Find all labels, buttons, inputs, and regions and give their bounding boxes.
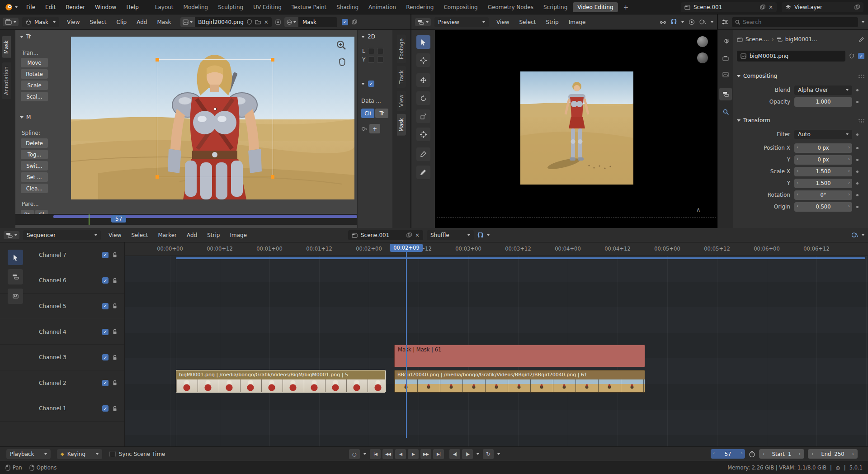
- channel-lock-icon[interactable]: [112, 380, 118, 386]
- image-strip-bigm[interactable]: bigM0001.png | /media/bongo/Grafik/Video…: [176, 370, 386, 393]
- link-icon[interactable]: [660, 19, 666, 25]
- overlays-caret[interactable]: [711, 21, 713, 23]
- cursor-tool-button[interactable]: [416, 53, 430, 67]
- channel-row[interactable]: Channel 1 ✓: [0, 396, 124, 422]
- snap-magnet-icon[interactable]: [671, 19, 677, 25]
- auto-key-button[interactable]: ○: [349, 449, 360, 459]
- loop-options-caret[interactable]: [497, 453, 500, 455]
- seq-transform-tool[interactable]: [8, 289, 23, 304]
- jump-to-start-button[interactable]: |◀: [370, 449, 381, 459]
- channel-lock-icon[interactable]: [112, 406, 118, 412]
- topbar-menu-item[interactable]: Window: [90, 0, 121, 14]
- auto-key-caret[interactable]: [363, 453, 366, 455]
- scale-tool-button[interactable]: [416, 109, 430, 123]
- pan-hand-icon[interactable]: [338, 57, 346, 66]
- workspace-tab[interactable]: Sculpting: [213, 2, 248, 12]
- animate-dot[interactable]: [856, 133, 859, 136]
- spline-tool-button[interactable]: Set ...: [21, 172, 48, 182]
- overlay-mode-dropdown[interactable]: Shuffle: [427, 230, 474, 240]
- mask-handle-tl[interactable]: [156, 58, 159, 62]
- workspace-tab[interactable]: Geometry Nodes: [483, 2, 538, 12]
- mask-datablock-field[interactable]: Mask: [298, 17, 337, 27]
- spline-tool-button[interactable]: Clea...: [21, 184, 48, 193]
- animate-dot[interactable]: [856, 206, 859, 208]
- clip-menu-item[interactable]: Clip: [112, 14, 132, 29]
- transform-number-field[interactable]: ‹ 0 px ›: [794, 155, 852, 165]
- topbar-menu-item[interactable]: Render: [61, 0, 90, 14]
- keyframe-icon[interactable]: [361, 126, 368, 132]
- compositing-panel-header[interactable]: Compositing: [737, 71, 864, 81]
- open-file-folder-icon[interactable]: [255, 19, 261, 24]
- animate-dot[interactable]: [856, 194, 859, 196]
- transform-number-field[interactable]: ‹ 1.500 ›: [794, 179, 852, 188]
- workspace-tab[interactable]: Rendering: [401, 2, 438, 12]
- blend-dropdown[interactable]: Alpha Over: [794, 85, 852, 95]
- overlays-caret[interactable]: [862, 234, 864, 236]
- strip-properties-tab[interactable]: [719, 88, 732, 100]
- channel-lock-icon[interactable]: [112, 278, 118, 284]
- topbar-menu-item[interactable]: Help: [121, 0, 143, 14]
- transform-tool-button[interactable]: [416, 128, 430, 141]
- snap-options-caret[interactable]: [681, 21, 684, 23]
- channel-lock-icon[interactable]: [112, 252, 118, 258]
- channel-visibility-checkbox[interactable]: ✓: [102, 405, 108, 412]
- axis-value-field[interactable]: [377, 57, 383, 63]
- search-field[interactable]: [732, 17, 858, 27]
- transform-panel-header[interactable]: Tr: [20, 33, 31, 40]
- image-strip-bbgirl[interactable]: BBgirl20040.png | /media/bongo/Grafik/Vi…: [394, 370, 645, 393]
- tool-properties-tab[interactable]: [720, 36, 731, 48]
- duplicate-scene-icon[interactable]: [760, 5, 765, 10]
- end-frame-field[interactable]: ‹End 250›: [808, 449, 858, 459]
- scene-selector[interactable]: Scene.001 ×: [681, 2, 777, 12]
- animate-dot[interactable]: [856, 101, 859, 103]
- channel-lock-icon[interactable]: [112, 329, 118, 335]
- timeline-scrollbar[interactable]: [176, 257, 865, 259]
- unlink-icon[interactable]: ×: [415, 232, 420, 238]
- unlink-scene-icon[interactable]: ×: [769, 4, 773, 10]
- filter-caret[interactable]: [862, 21, 864, 23]
- clip-datablock-field[interactable]: BBgirl20040.png ×: [195, 17, 272, 27]
- loop-button[interactable]: ↻: [483, 449, 494, 459]
- npanel-tab-track[interactable]: Track: [397, 66, 406, 88]
- mask-handle-tr[interactable]: [271, 58, 274, 62]
- preview-menu-item[interactable]: Strip: [541, 14, 564, 29]
- channel-visibility-checkbox[interactable]: ✓: [102, 303, 108, 309]
- zoom-icon[interactable]: [336, 40, 346, 50]
- current-frame-badge[interactable]: 00:02+09: [390, 244, 423, 252]
- browse-mask-button[interactable]: [284, 17, 298, 27]
- sequencer-menu-item[interactable]: Marker: [153, 228, 182, 242]
- strip-pin-icon[interactable]: [849, 53, 854, 59]
- clip-menu-item[interactable]: View: [62, 14, 85, 29]
- sequencer-editor-type-button[interactable]: [4, 231, 19, 239]
- playback-dropdown[interactable]: Playback: [6, 449, 51, 459]
- prev-frame-button[interactable]: ◀|: [449, 449, 460, 459]
- filter-dropdown[interactable]: Auto: [794, 130, 852, 139]
- channel-visibility-checkbox[interactable]: ✓: [102, 354, 108, 360]
- animate-dot[interactable]: [856, 147, 859, 149]
- mask-spline[interactable]: [157, 59, 273, 177]
- channel-visibility-checkbox[interactable]: ✓: [102, 277, 108, 284]
- properties-editor-icon[interactable]: [722, 19, 728, 25]
- clip-mode-dropdown[interactable]: Mask: [22, 17, 59, 27]
- stopwatch-icon[interactable]: [749, 450, 755, 458]
- mask-panel-header[interactable]: M: [20, 114, 31, 120]
- transform-number-field[interactable]: ‹ 0 px ›: [794, 143, 852, 153]
- copy-mask-icon[interactable]: [352, 19, 357, 25]
- overlays-icon[interactable]: [699, 19, 706, 25]
- mask-handle-br[interactable]: [271, 175, 274, 179]
- clip-canvas[interactable]: [71, 37, 354, 199]
- play-reverse-button[interactable]: ◀: [395, 449, 406, 459]
- sequencer-scene-selector[interactable]: Scene.001 ×: [348, 230, 423, 240]
- transform-tool-button[interactable]: Scal...: [21, 92, 48, 101]
- play-button[interactable]: ▶: [408, 449, 419, 459]
- strip-search-tab[interactable]: [720, 106, 731, 118]
- playhead-line[interactable]: [406, 248, 407, 438]
- annotate-tool-button[interactable]: [416, 166, 430, 179]
- gizmo-sphere-2[interactable]: [697, 52, 708, 63]
- clip-menu-item[interactable]: Select: [85, 14, 111, 29]
- topbar-menu-item[interactable]: File: [21, 0, 40, 14]
- move-tool-button[interactable]: [416, 73, 430, 87]
- clip-menu-item[interactable]: Add: [132, 14, 152, 29]
- sequencer-menu-item[interactable]: View: [104, 228, 126, 242]
- animate-dot[interactable]: [856, 89, 859, 91]
